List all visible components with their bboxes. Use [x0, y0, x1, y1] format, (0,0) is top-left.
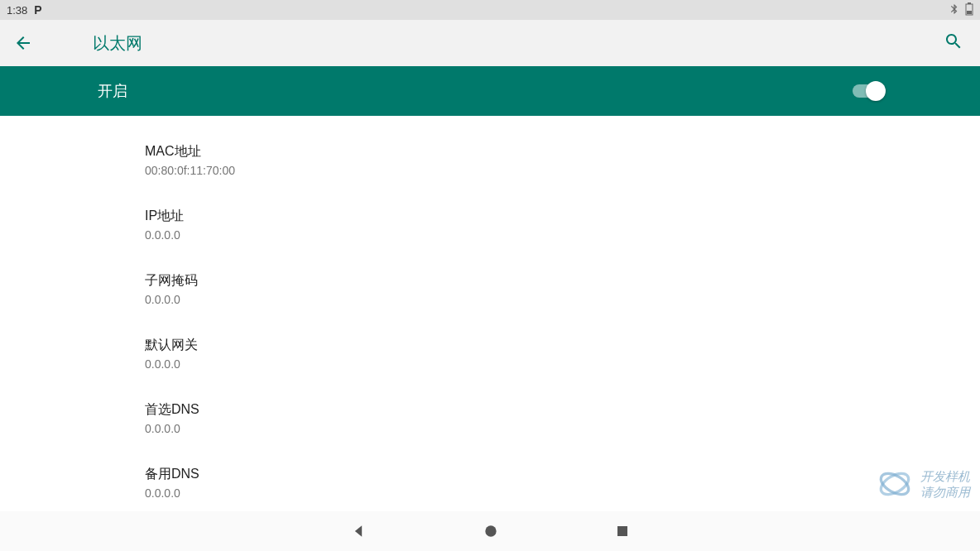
toggle-bar: 开启 — [0, 66, 980, 116]
setting-sub: 0.0.0.0 — [145, 420, 980, 437]
setting-title: 备用DNS — [145, 465, 980, 483]
back-arrow-icon[interactable] — [13, 33, 33, 53]
svg-point-5 — [485, 525, 496, 536]
search-icon[interactable] — [944, 31, 963, 55]
watermark-line1: 开发样机 — [920, 468, 970, 485]
status-bar: 1:38 P — [0, 0, 980, 20]
settings-list: MAC地址 00:80:0f:11:70:00 IP地址 0.0.0.0 子网掩… — [0, 116, 980, 551]
setting-sub: 0.0.0.0 — [145, 227, 980, 243]
svg-rect-6 — [617, 526, 627, 536]
navigation-bar — [0, 511, 980, 551]
setting-sub: 0.0.0.0 — [145, 356, 980, 372]
ethernet-switch[interactable] — [853, 84, 882, 98]
nav-back-icon[interactable] — [350, 523, 367, 539]
watermark-text: 开发样机 请勿商用 — [920, 468, 970, 501]
status-right — [949, 2, 973, 18]
setting-primary-dns[interactable]: 首选DNS 0.0.0.0 — [145, 389, 980, 448]
setting-title: 首选DNS — [145, 400, 980, 419]
setting-sub: 0.0.0.0 — [145, 485, 980, 501]
setting-default-gateway[interactable]: 默认网关 0.0.0.0 — [145, 324, 980, 384]
setting-title: 默认网关 — [145, 336, 980, 354]
nav-recents-icon[interactable] — [615, 524, 630, 539]
watermark-line2: 请勿商用 — [920, 484, 970, 501]
app-bar: 以太网 — [0, 20, 980, 66]
status-left: 1:38 P — [7, 3, 42, 17]
bluetooth-icon — [949, 3, 960, 17]
setting-secondary-dns[interactable]: 备用DNS 0.0.0.0 — [145, 453, 980, 513]
switch-thumb — [866, 81, 886, 101]
nav-home-icon[interactable] — [483, 523, 499, 539]
toggle-label: 开启 — [98, 81, 127, 101]
watermark-logo-icon — [874, 463, 915, 505]
watermark: 开发样机 请勿商用 — [874, 463, 970, 505]
status-time: 1:38 — [7, 4, 27, 17]
setting-sub: 00:80:0f:11:70:00 — [145, 162, 980, 179]
setting-subnet-mask[interactable]: 子网掩码 0.0.0.0 — [145, 260, 980, 319]
setting-ip-address[interactable]: IP地址 0.0.0.0 — [145, 195, 980, 255]
svg-rect-2 — [967, 11, 972, 14]
setting-title: MAC地址 — [145, 142, 980, 161]
setting-title: 子网掩码 — [145, 271, 980, 290]
setting-mac-address[interactable]: MAC地址 00:80:0f:11:70:00 — [145, 131, 980, 190]
p-icon: P — [34, 3, 41, 17]
svg-rect-1 — [968, 2, 971, 4]
page-title: 以太网 — [93, 32, 142, 55]
setting-sub: 0.0.0.0 — [145, 291, 980, 308]
setting-title: IP地址 — [145, 207, 980, 225]
battery-icon — [965, 2, 973, 18]
